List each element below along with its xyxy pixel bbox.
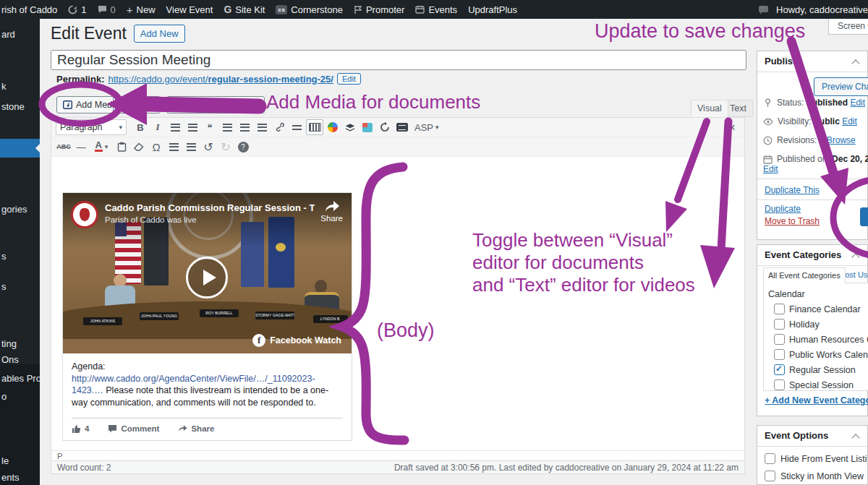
video-title[interactable]: Caddo Parish Commission Regular Session …	[105, 202, 315, 213]
checkbox[interactable]	[774, 304, 785, 314]
read-more-button[interactable]	[289, 120, 305, 134]
checkbox[interactable]	[774, 364, 785, 375]
add-document-button[interactable]: Add Document	[113, 96, 161, 113]
sidebar-item-cornerstone[interactable]: stone	[1, 101, 25, 112]
move-to-trash-link[interactable]: Move to Trash	[765, 216, 820, 226]
special-character-button[interactable]: Ω	[148, 140, 164, 154]
checkbox[interactable]	[774, 379, 785, 390]
paste-as-text-button[interactable]	[114, 140, 129, 154]
insert-link-button[interactable]	[271, 120, 287, 134]
sidebar-item-categories[interactable]: gories	[1, 204, 27, 215]
duplicate-this-link[interactable]: Duplicate This	[765, 185, 820, 195]
caddo-parish-avatar[interactable]	[71, 201, 98, 228]
italic-button[interactable]: I	[150, 120, 166, 134]
admin-bar-updates[interactable]: 1	[68, 4, 86, 15]
category-row[interactable]: Special Session	[768, 377, 868, 391]
sidebar-item-fragment-s1[interactable]: s	[1, 251, 7, 262]
add-new-button[interactable]: Add New	[134, 25, 185, 43]
edit-status-link[interactable]: Edit	[850, 98, 865, 108]
admin-bar-site-kit[interactable]: GSite Kit	[224, 4, 265, 15]
facebook-watch-badge[interactable]: f Facebook Watch	[252, 334, 341, 347]
admin-bar-view-event[interactable]: View Event	[166, 4, 213, 15]
event-options-header[interactable]: Event Options	[757, 426, 867, 447]
help-button[interactable]: ?	[235, 140, 251, 154]
share-button[interactable]: Share	[178, 424, 214, 433]
category-row[interactable]: Regular Session	[768, 362, 868, 377]
layers-button[interactable]	[342, 120, 358, 134]
sidebar-item-dashboard[interactable]: ard	[1, 29, 15, 40]
indent-button[interactable]	[183, 140, 199, 154]
align-left-button[interactable]	[219, 120, 235, 134]
admin-bar-promoter[interactable]: Promoter	[354, 4, 404, 15]
edit-visibility-link[interactable]: Edit	[842, 116, 857, 126]
clear-formatting-button[interactable]	[131, 140, 147, 154]
publish-panel-header[interactable]: Publish	[757, 51, 867, 72]
hide-from-listings-row[interactable]: Hide From Event Listings	[765, 453, 868, 464]
undo-button[interactable]: ↺	[200, 140, 216, 154]
preview-changes-button[interactable]: Preview Changes	[814, 77, 868, 96]
tab-all-event-categories[interactable]: All Event Categories	[763, 267, 846, 284]
duplicate-link[interactable]: Duplicate	[765, 204, 801, 214]
bold-button[interactable]: B	[132, 120, 148, 134]
embed-box-button[interactable]	[394, 120, 410, 134]
sidebar-item-active[interactable]	[0, 139, 40, 158]
outdent-button[interactable]	[166, 140, 182, 154]
checkbox[interactable]	[765, 453, 775, 464]
toolbar-toggle-button[interactable]	[306, 119, 323, 135]
numbered-list-button[interactable]	[184, 120, 200, 134]
update-button[interactable]: Update	[860, 207, 868, 226]
comment-button[interactable]: Comment	[108, 424, 159, 433]
horizontal-rule-button[interactable]: —	[73, 140, 89, 154]
align-right-button[interactable]	[254, 120, 270, 134]
tab-visual[interactable]: Visual	[691, 100, 728, 117]
admin-bar-new[interactable]: +New	[127, 4, 156, 16]
bulleted-list-button[interactable]	[167, 120, 183, 134]
sidebar-item-tables-pro[interactable]: ables Pro	[1, 373, 41, 384]
admin-bar-events[interactable]: Events	[415, 4, 457, 15]
sidebar-item-addons[interactable]: Ons	[1, 354, 19, 365]
add-new-event-category-link[interactable]: + Add New Event Category	[765, 395, 868, 405]
category-row[interactable]: Human Resources Calendar	[768, 332, 868, 347]
element-path-bar[interactable]: P	[51, 450, 744, 460]
align-center-button[interactable]	[237, 120, 252, 134]
sidebar-item-fragment-le[interactable]: le	[1, 455, 9, 466]
distraction-free-button[interactable]: ✕	[724, 120, 740, 134]
event-categories-header[interactable]: Event Categories	[757, 245, 867, 266]
sidebar-item-fragment-s2[interactable]: s	[1, 281, 7, 292]
admin-bar-updraftplus[interactable]: UpdraftPlus	[468, 4, 517, 15]
editor-content[interactable]: JOHN ATKINS JOHN-PAUL YOUNG ROY BURRELL …	[51, 179, 744, 451]
permalink-link[interactable]: https://caddo.gov/event/regular-session-…	[108, 74, 333, 85]
checkbox[interactable]	[765, 471, 775, 481]
sidebar-item-fragment-o[interactable]: o	[1, 391, 7, 402]
play-button[interactable]	[186, 257, 228, 299]
checkbox[interactable]	[774, 334, 785, 345]
admin-bar-cornerstone[interactable]: csCornerstone	[276, 4, 342, 15]
checkbox[interactable]	[774, 349, 785, 360]
sidebar-item-fragment-ents[interactable]: ents	[1, 472, 20, 483]
browse-revisions-link[interactable]: Browse	[827, 135, 856, 145]
category-row[interactable]: Finance Calendar	[768, 301, 868, 317]
category-row[interactable]: Holiday	[768, 317, 868, 332]
calendar-insert-button[interactable]	[359, 120, 375, 134]
redo-button[interactable]: ↻	[218, 140, 234, 154]
screen-options-tab[interactable]: Screen Options	[828, 19, 868, 35]
text-color-button[interactable]: A▾	[90, 140, 112, 154]
add-contact-form-button[interactable]: Add Contact Form	[166, 96, 265, 113]
sticky-month-view-row[interactable]: Sticky in Month View?	[765, 471, 868, 481]
paragraph-format-select[interactable]: Paragraph▾	[56, 119, 127, 135]
permalink-edit-button[interactable]: Edit	[337, 73, 361, 85]
asp-menu-button[interactable]: ASP▾	[412, 120, 442, 134]
chat-icon[interactable]	[758, 5, 769, 14]
post-title-input[interactable]	[51, 50, 746, 70]
sidebar-item-fragment-k[interactable]: k	[1, 81, 7, 92]
site-kit-insert-button[interactable]	[325, 120, 341, 134]
blockquote-button[interactable]: ❝	[202, 120, 218, 134]
like-button[interactable]: 4	[72, 424, 89, 434]
edit-published-date-link[interactable]: Edit	[763, 164, 778, 174]
strikethrough-button[interactable]: ABC	[56, 140, 72, 154]
admin-bar-site-name[interactable]: rish of Caddo	[1, 4, 57, 15]
video-share-button[interactable]: Share	[320, 201, 343, 223]
checkbox[interactable]	[774, 319, 785, 330]
sidebar-item-fragment-ting[interactable]: ting	[1, 338, 17, 349]
admin-bar-howdy[interactable]: Howdy, caddocreative	[776, 4, 868, 15]
